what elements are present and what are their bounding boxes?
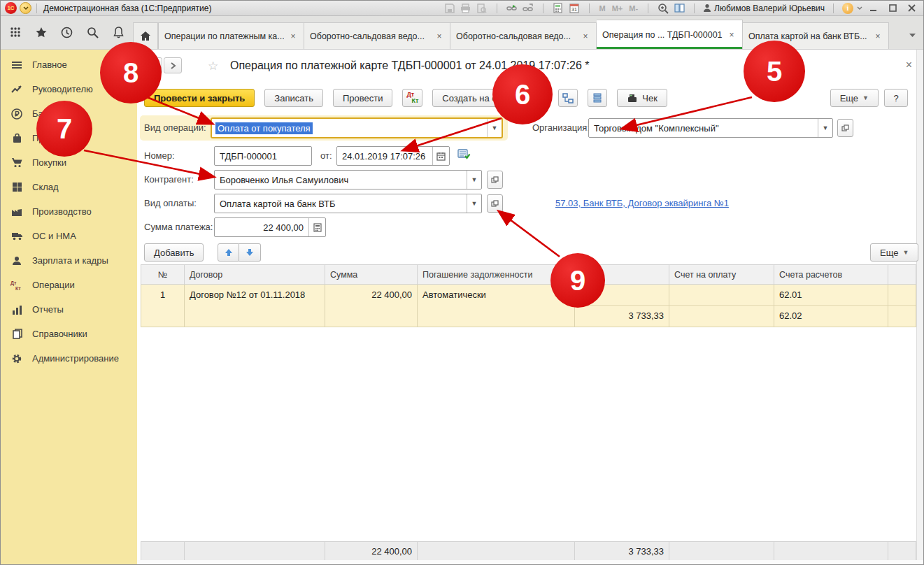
col-header-invoice[interactable]: Счет на оплату [669,265,774,285]
sidebar-item-fixed-assets[interactable]: ОС и НМА [1,224,137,248]
info-icon[interactable]: i [842,3,853,14]
save-icon[interactable] [443,2,456,14]
tab-list-dropdown-button[interactable] [901,22,923,49]
create-based-on-button[interactable]: Создать на основании▼ [432,89,548,107]
grid-more-button[interactable]: Еще▼ [870,243,918,262]
move-row-up-button[interactable] [218,243,239,262]
search-icon[interactable] [80,19,106,45]
operation-type-field[interactable]: Оплата от покупателя ▼ [211,117,503,138]
nav-forward-button[interactable] [164,57,182,73]
dropdown-arrow-icon[interactable]: ▼ [467,171,481,189]
payment-amount-field[interactable]: 22 400,00 [214,217,326,237]
calculator-button-icon[interactable] [308,218,325,236]
tab-balance-sheet-1[interactable]: Оборотно-сальдовая ведо... × [304,22,450,49]
vat-amount-cell[interactable]: 3 733,33 [575,306,669,327]
col-header-num[interactable]: № [141,265,185,285]
favorites-icon[interactable] [28,19,54,45]
zoom-icon[interactable] [657,2,669,14]
tab-payment-card-operations[interactable]: Операции по платежным ка... × [158,22,304,49]
fill-document-icon[interactable] [457,148,471,163]
tab-balance-sheet-2[interactable]: Оборотно-сальдовая ведо... × [450,22,597,49]
sidebar-item-bank-cash[interactable]: Банк и касса [1,101,137,126]
show-postings-button[interactable]: ДтКт [402,89,422,107]
dropdown-arrow-icon[interactable]: ▼ [487,119,502,137]
col-header-repayment[interactable]: Погашение задолженности [418,265,575,285]
col-header-amount[interactable]: Сумма [325,265,418,285]
col-header-accounts[interactable]: Счета расчетов [774,265,888,285]
history-icon[interactable] [54,19,80,45]
register-records-button[interactable] [588,89,607,107]
tools-menu-icon[interactable] [2,19,28,45]
get-link-icon[interactable] [522,2,534,14]
minimize-button[interactable] [866,3,881,14]
nav-back-button[interactable] [144,57,162,73]
sidebar-item-reports[interactable]: Отчеты [1,297,137,322]
row-number-cell[interactable]: 1 [141,285,184,306]
form-close-icon[interactable]: × [906,57,912,73]
vertical-scrollbar[interactable] [916,50,924,565]
tab-close-icon[interactable]: × [873,31,883,41]
sidebar-item-warehouse[interactable]: Склад [1,175,137,199]
sidebar-item-manager[interactable]: Руководителю [1,77,137,101]
favorite-star-icon[interactable]: ☆ [208,59,218,73]
amount-cell[interactable]: 22 400,00 [325,285,417,306]
sidebar-item-administration[interactable]: Администрирование [1,346,137,371]
split-window-icon[interactable] [673,2,685,14]
maximize-button[interactable] [885,3,900,14]
dropdown-arrow-icon[interactable]: ▼ [818,119,832,137]
organization-open-button[interactable] [837,119,853,137]
acquiring-account-link[interactable]: 57.03, Банк ВТБ, Договор эквайринга №1 [555,194,729,213]
close-button[interactable] [904,3,919,14]
vat-rate-cell[interactable]: 20% [575,285,669,306]
tab-close-icon[interactable]: × [434,31,444,41]
payment-type-field[interactable]: Оплата картой на банк ВТБ ▼ [214,194,482,213]
col-header-contract[interactable]: Договор [185,265,325,285]
save-button[interactable]: Записать [264,89,323,107]
chevron-down-icon[interactable] [857,6,862,10]
sidebar-item-salary-hr[interactable]: Зарплата и кадры [1,248,137,273]
sidebar-item-sales[interactable]: Продажи [1,126,137,150]
invoice-cell[interactable] [669,285,774,306]
toolbar-more-button[interactable]: Еще▼ [830,89,879,107]
main-menu-button[interactable] [20,2,31,14]
invoice-cell-2[interactable] [669,306,774,327]
current-user[interactable]: Любимов Валерий Юрьевич [703,3,825,13]
number-field[interactable]: ТДБП-000001 [214,146,312,166]
sidebar-item-production[interactable]: Производство [1,199,137,224]
post-button[interactable]: Провести [333,89,393,107]
sidebar-item-operations[interactable]: ДтКтОперации [1,273,137,297]
post-and-close-button[interactable]: Провести и закрыть [144,89,255,107]
calendar-picker-icon[interactable] [432,147,449,165]
print-preview-icon[interactable] [476,2,488,14]
dropdown-arrow-icon[interactable]: ▼ [467,194,481,213]
related-documents-button[interactable] [558,89,578,107]
help-button[interactable]: ? [884,89,908,107]
calculator-icon[interactable] [552,2,564,14]
memory-add-button[interactable]: M+ [611,4,625,13]
organization-field[interactable]: Торговый дом "Комплексный" ▼ [588,118,833,138]
tab-close-icon[interactable]: × [581,31,590,41]
table-row[interactable]: 1 Договор №12 от 01.11.2018 22 400,00 Ав… [141,285,916,327]
tab-card-payment-vtb[interactable]: Оплата картой на банк ВТБ... × [743,22,889,49]
tab-close-icon[interactable]: × [727,30,737,40]
repayment-cell[interactable]: Автоматически [418,285,574,306]
settlement-account-cell[interactable]: 62.01 [774,285,888,306]
notifications-bell-icon[interactable] [106,19,132,45]
sidebar-item-directories[interactable]: Справочники [1,322,137,346]
contract-cell[interactable]: Договор №12 от 01.11.2018 [185,285,325,306]
tab-card-operation-active[interactable]: Операция по ... ТДБП-000001 × [597,20,743,49]
advance-account-cell[interactable]: 62.02 [774,306,888,327]
col-header-vat[interactable]: НДС [575,265,669,285]
move-row-down-button[interactable] [239,243,261,262]
sidebar-item-main[interactable]: Главное [1,52,137,77]
tab-close-icon[interactable]: × [288,31,298,41]
home-tab[interactable] [133,22,158,49]
receipt-check-button[interactable]: Чек [617,89,667,107]
contractor-field[interactable]: Боровченко Илья Самуилович ▼ [214,170,482,189]
calendar-icon[interactable]: 31 [568,2,581,14]
date-field[interactable]: 24.01.2019 17:07:26 [336,146,450,166]
memory-subtract-button[interactable]: M- [627,4,639,13]
memory-recall-button[interactable]: M [598,4,607,13]
payment-type-open-button[interactable] [487,194,503,213]
go-to-link-icon[interactable] [506,2,518,14]
